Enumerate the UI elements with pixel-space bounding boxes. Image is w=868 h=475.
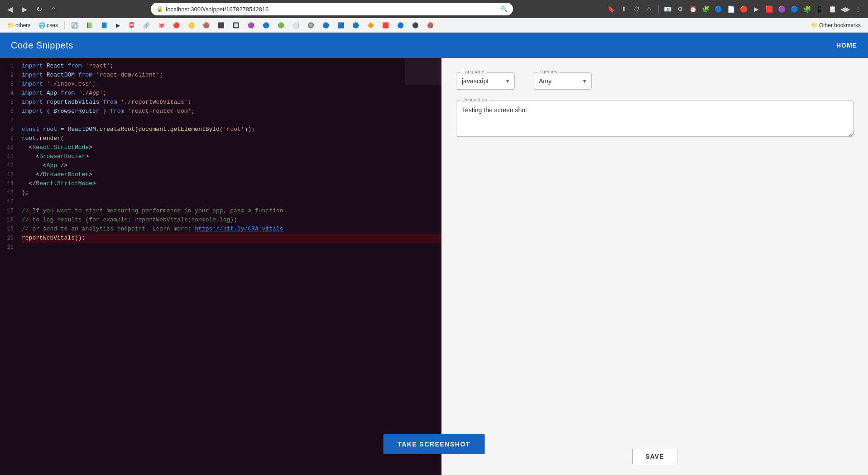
code-line-6: import { BrowserRouter } from 'react-rou… <box>22 107 441 116</box>
bm-6[interactable]: ▶ <box>112 21 124 30</box>
bookmarks-bar: 📁 others 🌐 cses 🔄 📗 📘 ▶ 📮 🔗 🐙 🔴 🟡 🟤 ⬛ 🔲 … <box>0 18 868 33</box>
code-line-5: import reportWebVitals from './reportWeb… <box>22 98 441 107</box>
browser-toolbar: 🔖 ⬆ 🛡 ⚠ 📧 ⚙ ⏰ 🧩 🔵 📄 🔴 ▶ 🟥 🟣 🔵 🧩 📱 📋 ◀▶ ⋮ <box>606 4 863 14</box>
bm-14[interactable]: 🔲 <box>229 21 243 30</box>
ext-icon-8[interactable]: ▶ <box>751 4 762 14</box>
description-textarea[interactable] <box>456 101 854 137</box>
other-bookmarks[interactable]: 📁 Other bookmarks <box>807 21 864 30</box>
code-line-19: // or send to an analytics endpoint. Lea… <box>22 225 441 234</box>
ext-icon-1[interactable]: 📧 <box>662 4 673 14</box>
themes-select-wrapper: Amy Dark Light Monokai Solarized ▼ <box>533 72 592 90</box>
ext-icon-3[interactable]: ⏰ <box>688 4 699 14</box>
bm-4[interactable]: 📗 <box>82 21 96 30</box>
back-button[interactable]: ◀ <box>5 3 15 15</box>
ext-icon-6[interactable]: 📄 <box>726 4 737 14</box>
bookmark-icon[interactable]: 🔖 <box>606 4 617 14</box>
ext-icon-14[interactable]: 📋 <box>827 4 838 14</box>
address-bar: 🔒 🔍 <box>151 3 513 15</box>
line-numbers: 1 2 3 4 5 6 7 8 9 10 11 12 13 14 15 16 1… <box>0 58 18 475</box>
forward-button[interactable]: ▶ <box>19 3 30 15</box>
bm-22[interactable]: 🔵 <box>349 21 363 30</box>
folder-icon: 📁 <box>811 22 818 29</box>
themes-select[interactable]: Amy Dark Light Monokai Solarized <box>533 72 592 90</box>
code-line-8: const root = ReactDOM.createRoot(documen… <box>22 125 441 134</box>
bm-10[interactable]: 🔴 <box>169 21 183 30</box>
bm-19[interactable]: 🔘 <box>304 21 318 30</box>
code-minimap <box>405 58 441 85</box>
shield-icon[interactable]: 🛡 <box>631 4 642 14</box>
code-line-3: import './index.css'; <box>22 80 441 89</box>
code-content: import React from 'react'; import ReactD… <box>18 58 441 475</box>
bm-3[interactable]: 🔄 <box>67 21 82 30</box>
ext-icon-12[interactable]: 🧩 <box>802 4 813 14</box>
code-line-1: import React from 'react'; <box>22 62 441 71</box>
bm-26[interactable]: ⚫ <box>408 21 422 30</box>
code-line-20: reportWebVitals(); <box>22 234 441 243</box>
home-link[interactable]: HOME <box>836 42 857 49</box>
code-editor[interactable]: 1 2 3 4 5 6 7 8 9 10 11 12 13 14 15 16 1… <box>0 58 441 475</box>
bm-9[interactable]: 🐙 <box>154 21 168 30</box>
code-line-9: root.render( <box>22 134 441 143</box>
bookmark-icon-cses: 🌐 <box>38 22 45 29</box>
app-title: Code Snippets <box>11 40 73 51</box>
alert-icon: ⚠ <box>644 4 655 14</box>
screenshot-button[interactable]: TAKE SCREENSHOT <box>383 434 485 454</box>
code-line-12: <App /> <box>22 161 441 170</box>
code-line-7 <box>22 116 441 125</box>
code-line-16 <box>22 197 441 206</box>
bookmark-cses[interactable]: 🌐 cses <box>35 21 62 30</box>
ext-icon-11[interactable]: 🔵 <box>789 4 800 14</box>
code-line-21 <box>22 243 441 252</box>
ext-icon-2[interactable]: ⚙ <box>675 4 686 14</box>
bm-7[interactable]: 📮 <box>125 21 139 30</box>
description-field: Description <box>456 101 854 431</box>
bm-8[interactable]: 🔗 <box>139 21 153 30</box>
share-icon[interactable]: ⬆ <box>619 4 629 14</box>
bm-5[interactable]: 📘 <box>97 21 111 30</box>
bm-21[interactable]: 🟦 <box>334 21 348 30</box>
code-line-4: import App from './App'; <box>22 89 441 98</box>
bm-20[interactable]: 🔵 <box>319 21 333 30</box>
main-content: 1 2 3 4 5 6 7 8 9 10 11 12 13 14 15 16 1… <box>0 58 868 475</box>
url-input[interactable] <box>166 6 498 13</box>
bm-12[interactable]: 🟤 <box>199 21 213 30</box>
ext-icon-9[interactable]: 🟥 <box>764 4 775 14</box>
language-select[interactable]: javascript python typescript html css <box>456 72 515 90</box>
reload-button[interactable]: ↻ <box>34 3 45 15</box>
language-select-wrapper: javascript python typescript html css ▼ <box>456 72 515 90</box>
screenshot-area: TAKE SCREENSHOT <box>383 434 485 454</box>
code-line-2: import ReactDOM from 'react-dom/client'; <box>22 71 441 80</box>
lock-icon: 🔒 <box>156 6 163 12</box>
language-field: Language javascript python typescript ht… <box>456 72 515 90</box>
bm-11[interactable]: 🟡 <box>184 21 198 30</box>
bm-17[interactable]: 🟢 <box>274 21 288 30</box>
language-label: Language <box>460 69 486 74</box>
bm-23[interactable]: 🔶 <box>364 21 378 30</box>
bookmark-others[interactable]: 📁 others <box>4 21 34 30</box>
themes-field: Themes Amy Dark Light Monokai Solarized … <box>533 72 592 90</box>
right-panel: Language javascript python typescript ht… <box>441 58 868 475</box>
bm-24[interactable]: 🟥 <box>379 21 393 30</box>
bm-15[interactable]: 🟣 <box>244 21 258 30</box>
themes-label: Themes <box>537 69 559 74</box>
home-button[interactable]: ⌂ <box>48 3 58 15</box>
ext-icon-5[interactable]: 🔵 <box>713 4 724 14</box>
bm-25[interactable]: 🔵 <box>393 21 408 30</box>
ext-icon-13[interactable]: 📱 <box>815 4 825 14</box>
bm-13[interactable]: ⬛ <box>214 21 228 30</box>
save-button[interactable]: SAVE <box>632 449 677 464</box>
app-header: Code Snippets HOME <box>0 33 868 58</box>
code-line-14: </React.StrictMode> <box>22 179 441 188</box>
code-line-13: </BrowserRouter> <box>22 170 441 179</box>
search-icon: 🔍 <box>501 6 508 12</box>
ext-icon-4[interactable]: 🧩 <box>700 4 711 14</box>
bookmark-label-cses: cses <box>47 22 58 29</box>
bm-27[interactable]: 🟤 <box>423 21 437 30</box>
menu-button[interactable]: ⋮ <box>853 4 863 14</box>
bm-16[interactable]: 🔵 <box>259 21 273 30</box>
form-controls: Language javascript python typescript ht… <box>456 72 854 90</box>
bm-18[interactable]: ⬜ <box>289 21 303 30</box>
ext-icon-10[interactable]: 🟣 <box>777 4 787 14</box>
ext-icon-7[interactable]: 🔴 <box>739 4 749 14</box>
ext-icon-15[interactable]: ◀▶ <box>840 4 851 14</box>
